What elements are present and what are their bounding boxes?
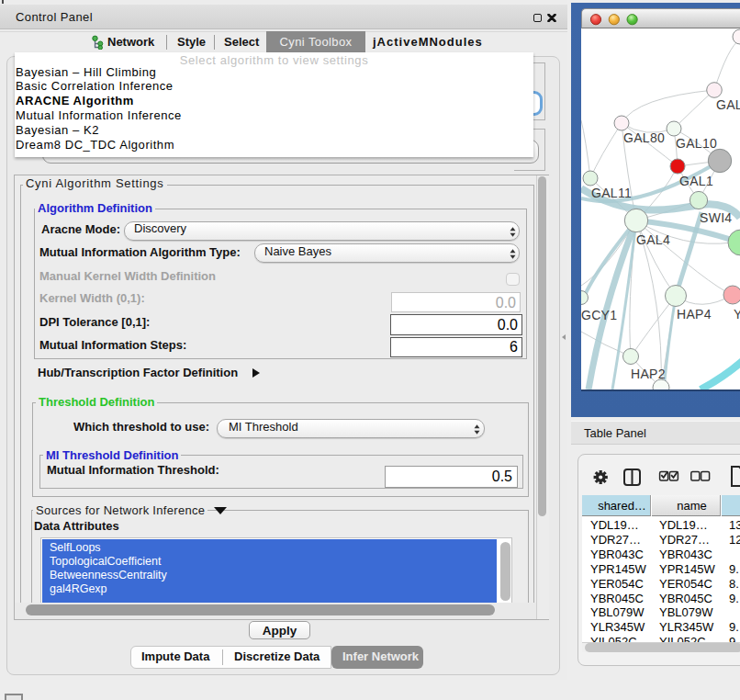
svg-text:GAL11: GAL11 [591,186,632,200]
svg-text:GAL80: GAL80 [623,130,665,145]
svg-text:GAL: GAL [716,97,740,112]
svg-text:GAL1: GAL1 [679,174,713,188]
svg-text:Y: Y [734,307,740,322]
svg-text:GAL4: GAL4 [636,232,670,247]
svg-text:GAL10: GAL10 [676,136,717,151]
svg-text:SWI4: SWI4 [700,210,732,225]
svg-text:HAP4: HAP4 [677,307,712,322]
svg-text:GCY1: GCY1 [581,308,617,322]
svg-text:HAP2: HAP2 [631,367,666,381]
